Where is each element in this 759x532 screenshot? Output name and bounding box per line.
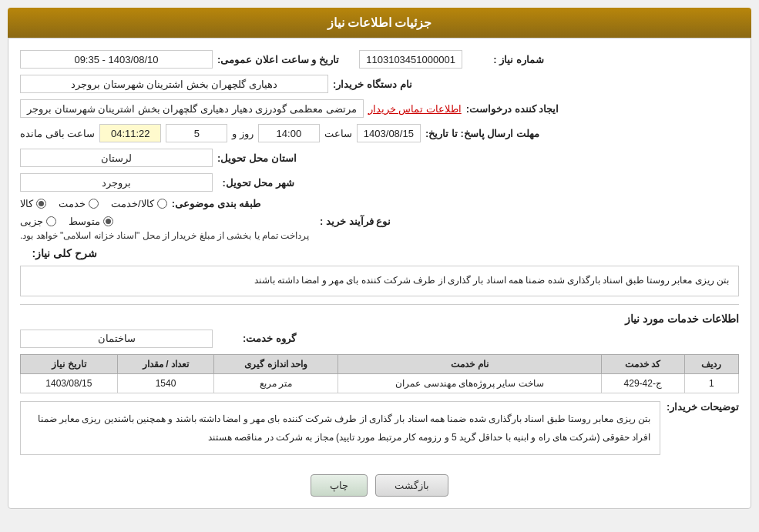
creator-label: ایجاد کننده درخواست: xyxy=(466,103,559,115)
purchase-type-radio-group: متوسط جزیی xyxy=(20,216,113,227)
cell-service_name: ساخت سایر پروژه‌های مهندسی عمران xyxy=(338,373,601,393)
buyer-notes-label: توضیحات خریدار: xyxy=(667,401,739,413)
deadline-label: مهلت ارسال پاسخ: تا تاریخ: xyxy=(425,128,539,139)
category-row: طبقه بندی موضوعی: کالا/خدمت خدمت کالا xyxy=(20,198,739,209)
province-row: استان محل تحویل: لرستان xyxy=(20,149,739,167)
need-description-row: شرح کلی نیاز: xyxy=(20,247,739,259)
col-quantity: تعداد / مقدار xyxy=(117,354,214,373)
category-kala-khedmat-radio xyxy=(157,199,167,209)
purchase-type-motawaset-radio xyxy=(103,216,113,226)
need-number-label: شماره نیاز : xyxy=(467,54,544,65)
page-title: جزئیات اطلاعات نیاز xyxy=(327,16,432,29)
need-number-row: شماره نیاز : 1103103451000001 تاریخ و سا… xyxy=(20,50,739,69)
section-divider-1 xyxy=(20,304,739,305)
publish-date-value: 1403/08/10 - 09:35 xyxy=(20,50,213,69)
service-group-value: ساختمان xyxy=(20,330,213,348)
buyer-notes-box: بتن ریزی معابر روستا طبق اسناد بارگذاری … xyxy=(20,401,660,455)
purchase-note: پرداخت تمام یا بخشی از مبلغ خریدار از مح… xyxy=(20,230,309,241)
publish-date-label: تاریخ و ساعت اعلان عمومی: xyxy=(217,54,339,65)
purchase-type-jozi-radio xyxy=(46,216,56,226)
deadline-remaining-label: ساعت باقی مانده xyxy=(20,128,95,139)
purchase-type-label: نوع فرآیند خرید : xyxy=(314,216,391,227)
buyer-name-row: نام دستگاه خریدار: دهیاری گلچهران بخش اش… xyxy=(20,75,739,93)
print-button[interactable]: چاپ xyxy=(311,474,368,497)
need-description-label: شرح کلی نیاز: xyxy=(20,247,97,259)
purchase-type-row: نوع فرآیند خرید : متوسط جزیی پرداخت تمام… xyxy=(20,216,739,241)
city-label: شهر محل تحویل: xyxy=(217,177,294,189)
cell-row_number: 1 xyxy=(684,373,738,393)
cell-need_date: 1403/08/15 xyxy=(21,373,118,393)
province-value: لرستان xyxy=(20,149,213,167)
service-group-row: گروه خدمت: ساختمان xyxy=(20,330,739,348)
category-label: طبقه بندی موضوعی: xyxy=(172,198,261,209)
city-row: شهر محل تحویل: بروجرد xyxy=(20,173,739,192)
deadline-row: مهلت ارسال پاسخ: تا تاریخ: 1403/08/15 سا… xyxy=(20,124,739,142)
services-table: ردیف کد خدمت نام خدمت واحد اندازه گیری ت… xyxy=(20,354,739,393)
purchase-type-jozi[interactable]: جزیی xyxy=(20,216,56,227)
province-label: استان محل تحویل: xyxy=(217,152,297,164)
deadline-date: 1403/08/15 xyxy=(357,124,421,142)
buyer-name-value: دهیاری گلچهران بخش اشترینان شهرستان بروج… xyxy=(20,75,328,93)
need-description-box: بتن ریزی معابر روستا طبق اسناد بارگذاری … xyxy=(20,266,739,296)
table-row: 1ج-42-429ساخت سایر پروژه‌های مهندسی عمرا… xyxy=(21,373,739,393)
creator-row: ایجاد کننده درخواست: اطلاعات تماس خریدار… xyxy=(20,99,739,118)
buyer-notes-row: توضیحات خریدار: بتن ریزی معابر روستا طبق… xyxy=(20,401,739,463)
cell-unit: متر مربع xyxy=(214,373,338,393)
category-khedmat-label: خدمت xyxy=(59,198,86,209)
col-service-name: نام خدمت xyxy=(338,354,601,373)
col-unit: واحد اندازه گیری xyxy=(214,354,338,373)
service-group-label: گروه خدمت: xyxy=(219,333,296,344)
creator-link[interactable]: اطلاعات تماس خریدار xyxy=(368,103,462,115)
deadline-time-label: ساعت xyxy=(324,128,352,139)
category-khedmat-radio xyxy=(89,199,99,209)
purchase-type-jozi-label: جزیی xyxy=(20,216,43,227)
page-header: جزئیات اطلاعات نیاز xyxy=(8,8,751,38)
category-kala-khedmat[interactable]: کالا/خدمت xyxy=(111,198,167,209)
col-row-number: ردیف xyxy=(684,354,738,373)
city-value: بروجرد xyxy=(20,173,213,192)
col-service-code: کد خدمت xyxy=(601,354,684,373)
deadline-days-label: روز و xyxy=(232,128,254,139)
buyer-name-label: نام دستگاه خریدار: xyxy=(333,79,412,90)
cell-quantity: 1540 xyxy=(117,373,214,393)
category-khedmat[interactable]: خدمت xyxy=(59,198,99,209)
creator-value: مرتضی معظمی گودرزی دهیار دهیاری گلچهران … xyxy=(20,99,364,118)
cell-service_code: ج-42-429 xyxy=(601,373,684,393)
deadline-days: 5 xyxy=(166,124,227,142)
category-kala-radio xyxy=(36,199,46,209)
category-kala[interactable]: کالا xyxy=(20,198,46,209)
back-button[interactable]: بازگشت xyxy=(375,474,448,497)
purchase-type-motawaset[interactable]: متوسط xyxy=(69,216,113,227)
purchase-type-motawaset-label: متوسط xyxy=(69,216,100,227)
buttons-row: بازگشت چاپ xyxy=(20,474,739,497)
deadline-time: 14:00 xyxy=(258,124,320,142)
category-radio-group: کالا/خدمت خدمت کالا xyxy=(20,198,167,209)
services-section-title: اطلاعات خدمات مورد نیاز xyxy=(20,313,739,325)
need-number-value: 1103103451000001 xyxy=(359,50,462,69)
category-kala-label: کالا xyxy=(20,198,33,209)
col-need-date: تاریخ نیاز xyxy=(21,354,118,373)
deadline-remaining: 04:11:22 xyxy=(99,124,161,142)
category-kala-khedmat-label: کالا/خدمت xyxy=(111,198,154,209)
